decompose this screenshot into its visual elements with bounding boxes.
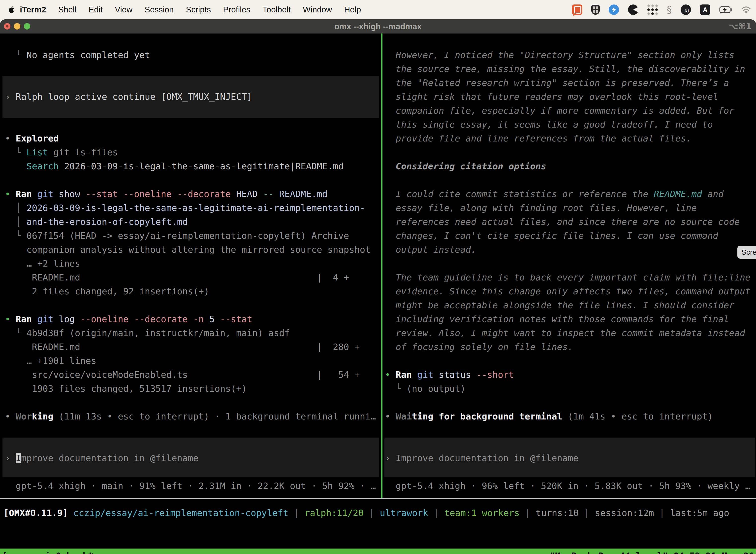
- apple-menu-icon[interactable]: [7, 5, 16, 15]
- terminal-line: might be acceptable alongside the file l…: [385, 298, 735, 312]
- menu-item-scripts[interactable]: Scripts: [186, 5, 211, 14]
- terminal-line: README.md | 4 +: [5, 271, 349, 284]
- terminal-line: output instead.: [385, 243, 476, 257]
- terminal-line: › Ralph loop active continue [OMX_TMUX_I…: [5, 90, 252, 104]
- terminal-line: └ 067f154 (HEAD -> essay/ai-reimplementa…: [5, 229, 349, 243]
- apple-logo-icon: [8, 5, 15, 14]
- terminal-line: └ (no output): [385, 382, 465, 396]
- terminal-line: │ and-the-erosion-of-copyleft.md: [5, 215, 188, 229]
- text-segment: I: [16, 453, 21, 463]
- text-segment: and-the-erosion-of-copyleft.md: [26, 217, 188, 227]
- text-segment: ›: [5, 453, 16, 463]
- text-segment: Ran: [396, 370, 417, 380]
- text-segment: the "Related research writing" section i…: [385, 78, 729, 88]
- title-bar[interactable]: omx --xhigh --madmax ⌥⌘1: [0, 19, 756, 34]
- text-segment: 5: [209, 314, 220, 324]
- terminal-line: Considering citation options: [385, 159, 546, 173]
- text-segment: └: [5, 328, 26, 338]
- terminal-line: the source tree, missing the essay. Stil…: [385, 62, 745, 76]
- text-segment: However, I noticed the "Directory Struct…: [385, 50, 735, 60]
- window-title: omx --xhigh --madmax: [0, 19, 756, 34]
- text-segment: of focusing solely on file lines.: [385, 342, 573, 352]
- menu-item-shell[interactable]: Shell: [58, 5, 76, 14]
- text-segment: └: [5, 231, 26, 241]
- text-segment: this single essay, it seems like a good …: [385, 119, 713, 129]
- terminal-line: However, I noticed the "Directory Struct…: [385, 48, 735, 62]
- text-segment: |: [654, 508, 670, 518]
- pane-divider[interactable]: [381, 34, 382, 498]
- terminal-line: provide file and line references from th…: [385, 131, 691, 146]
- text-segment: [5, 370, 32, 380]
- text-segment: essay file, along with finding root file…: [385, 203, 697, 213]
- text-segment: Search: [26, 161, 59, 171]
- text-segment: [5, 258, 26, 269]
- squiggle-icon[interactable]: §: [667, 5, 672, 15]
- menu-status-icons: § ..61 A: [572, 0, 751, 19]
- terminal-line: of focusing solely on file lines.: [385, 340, 573, 354]
- menu-item-edit[interactable]: Edit: [88, 5, 103, 14]
- terminal-line: … +1901 lines: [5, 354, 96, 368]
- battery-icon[interactable]: [719, 6, 732, 13]
- text-segment: Ran: [16, 314, 37, 324]
- screen-share-tooltip[interactable]: Scre: [737, 246, 756, 259]
- text-segment: -n: [193, 314, 209, 324]
- text-segment: 2026-03-09-is-legal-the-same-as-legitima…: [59, 161, 344, 171]
- text-segment: │: [5, 217, 26, 227]
- text-segment: might be acceptable alongside the file l…: [385, 300, 735, 310]
- terminal-line: slight risk that future readers may over…: [385, 90, 718, 104]
- text-segment: Wai: [396, 411, 412, 422]
- terminal-line: Search 2026-03-09-is-legal-the-same-as-l…: [5, 159, 343, 173]
- text-segment: [5, 356, 26, 366]
- text-segment: I could cite commit statistics or refere…: [385, 189, 654, 199]
- terminal-content: └ No agents completed yet› Ralph loop ac…: [0, 34, 756, 554]
- text-segment: |: [289, 508, 305, 518]
- menu-item-help[interactable]: Help: [344, 5, 361, 14]
- tmux-status-bar: [omx-cczip0:bash* "MacBook-Pro-44.local"…: [0, 549, 756, 554]
- wifi-icon[interactable]: [741, 6, 751, 13]
- text-segment: |: [428, 508, 444, 518]
- text-segment: (11m 13s • esc to interrupt) · 1 backgro…: [53, 411, 376, 422]
- bolt-badge-icon[interactable]: [609, 4, 619, 15]
- coin-badge-icon[interactable]: ..61: [681, 4, 691, 15]
- text-segment: •: [385, 370, 396, 380]
- menu-item-toolbelt[interactable]: Toolbelt: [262, 5, 291, 14]
- text-segment: gpt-5.4 xhigh · 96% left · 520K in · 5.8…: [385, 481, 751, 491]
- terminal-line: • Ran git status --short: [385, 368, 514, 382]
- dots-grid-icon[interactable]: [647, 4, 658, 15]
- text-segment: •: [5, 133, 16, 144]
- omx-status-bar: [OMX#0.11.9] cczip/essay/ai-reimplementa…: [3, 506, 729, 520]
- desktop: iTerm2ShellEditViewSessionScriptsProfile…: [0, 0, 756, 554]
- menu-item-iterm2[interactable]: iTerm2: [20, 5, 46, 14]
- record-circle-icon[interactable]: [628, 4, 638, 15]
- menu-items: iTerm2ShellEditViewSessionScriptsProfile…: [20, 5, 361, 14]
- text-segment: [OMX#0.11.9]: [3, 508, 73, 518]
- terminal-line: this single essay, it seems like a good …: [385, 118, 713, 131]
- text-segment: 4b9d30f (origin/main, instructkr/main, m…: [26, 328, 290, 338]
- text-segment: companion file, especially if more comme…: [385, 106, 735, 116]
- text-segment: turns:10: [536, 508, 579, 518]
- terminal-line: evidence. Since this change only affects…: [385, 284, 751, 298]
- menu-item-session[interactable]: Session: [145, 5, 174, 14]
- text-segment: src/voice/voiceModeEnabled.ts | 54 +: [32, 370, 360, 380]
- chat-app-icon[interactable]: [572, 4, 582, 15]
- menu-item-window[interactable]: Window: [303, 5, 332, 14]
- text-segment: including verification notes with those …: [385, 314, 729, 324]
- text-segment: show: [59, 189, 85, 199]
- menu-item-profiles[interactable]: Profiles: [223, 5, 250, 14]
- keyboard-layout-icon[interactable]: A: [700, 4, 710, 15]
- text-segment: [5, 161, 26, 171]
- menu-item-view[interactable]: View: [115, 5, 132, 14]
- shield-grid-icon[interactable]: [591, 5, 600, 15]
- text-segment: --oneline --decorate: [80, 314, 193, 324]
- text-segment: (1m 41s • esc to interrupt): [562, 411, 713, 422]
- terminal-line: › Improve documentation in @filename: [385, 451, 578, 465]
- text-segment: No agents completed yet: [26, 50, 150, 60]
- text-segment: changes, I can't cite specific file line…: [385, 231, 718, 241]
- menu-bar: iTerm2ShellEditViewSessionScriptsProfile…: [0, 0, 756, 19]
- text-segment: README.md | 4 +: [32, 272, 349, 282]
- text-segment: 2026-03-09-is-legal-the-same-as-legitima…: [26, 203, 365, 213]
- text-segment: cczip/essay/ai-reimplementation-copyleft: [73, 508, 289, 518]
- text-segment: references need actual files, and since …: [385, 217, 740, 227]
- text-segment: HEAD: [236, 189, 263, 199]
- text-segment: (no output): [406, 384, 465, 394]
